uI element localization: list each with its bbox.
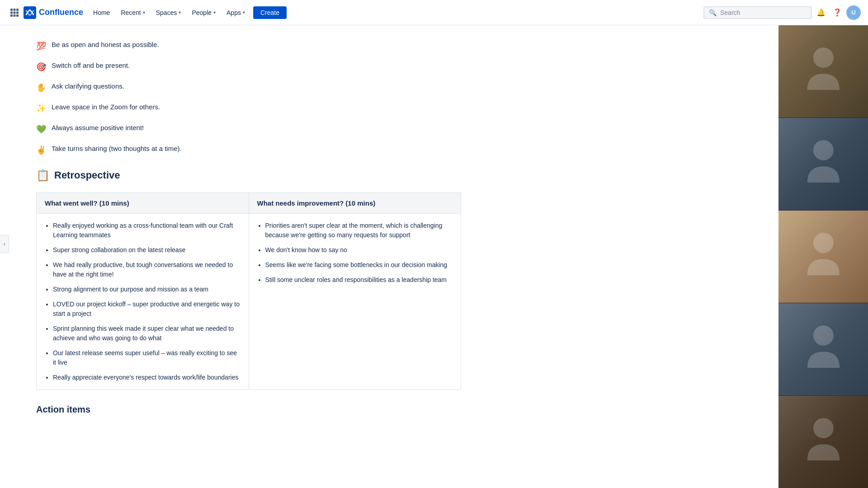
app-switcher-button[interactable] <box>7 5 22 20</box>
video-feed-3 <box>778 211 868 303</box>
main-content: 💯 Be as open and honest as possible. 🎯 S… <box>0 25 497 433</box>
confluence-logo[interactable]: Confluence <box>24 6 83 19</box>
search-icon: 🔍 <box>709 9 717 16</box>
list-item: Sprint planning this week made it super … <box>53 324 241 343</box>
video-tile-1 <box>778 25 868 118</box>
table-header-went-well: What went well? (10 mins) <box>37 193 249 214</box>
svg-point-10 <box>813 47 834 68</box>
bullet-text-4: Leave space in the Zoom for others. <box>52 102 160 113</box>
user-avatar[interactable]: U <box>846 5 861 20</box>
recent-chevron-icon: ▾ <box>143 10 145 15</box>
video-tile-3 <box>778 211 868 303</box>
bullet-emoji-1: 💯 <box>36 40 46 52</box>
bullet-item-6: ✌️ Take turns sharing (two thoughts at a… <box>36 144 461 156</box>
bullet-text-6: Take turns sharing (two thoughts at a ti… <box>52 144 182 154</box>
svg-rect-1 <box>14 9 16 11</box>
list-item: Super strong collaboration on the latest… <box>53 245 241 255</box>
sidebar-toggle-button[interactable]: › <box>0 235 9 253</box>
video-feed-4 <box>778 303 868 395</box>
svg-rect-2 <box>16 9 19 11</box>
retrospective-heading: 📋 Retrospective <box>36 169 461 182</box>
table-cell-went-well: Really enjoyed working as a cross-functi… <box>37 214 249 390</box>
svg-rect-9 <box>24 6 36 19</box>
bullet-item-2: 🎯 Switch off and be present. <box>36 61 461 73</box>
svg-point-12 <box>813 233 834 253</box>
svg-rect-4 <box>14 11 16 14</box>
bullet-text-1: Be as open and honest as possible. <box>52 40 159 50</box>
ground-rules-section: 💯 Be as open and honest as possible. 🎯 S… <box>36 40 461 156</box>
list-item: We had really productive, but tough conv… <box>53 260 241 279</box>
search-placeholder: Search <box>720 9 740 16</box>
people-chevron-icon: ▾ <box>213 10 216 15</box>
search-bar[interactable]: 🔍 Search <box>703 6 812 19</box>
video-feed-5 <box>778 396 868 433</box>
bullet-text-5: Always assume positive intent! <box>52 123 144 133</box>
spaces-chevron-icon: ▾ <box>179 10 181 15</box>
list-item: Really enjoyed working as a cross-functi… <box>53 221 241 240</box>
svg-point-11 <box>813 140 834 160</box>
video-tile-2 <box>778 118 868 211</box>
apps-nav-item[interactable]: Apps ▾ <box>222 7 250 18</box>
navbar: Confluence Home Recent ▾ Spaces ▾ People… <box>0 0 868 25</box>
table-cell-improvement: Priorities aren't super clear at the mom… <box>249 214 461 390</box>
bullet-emoji-5: 💚 <box>36 123 46 136</box>
list-item: Still some unclear roles and responsibil… <box>265 275 453 285</box>
list-item: We don't know how to say no <box>265 245 453 255</box>
svg-rect-3 <box>10 11 13 14</box>
bullet-emoji-2: 🎯 <box>36 61 46 73</box>
svg-rect-0 <box>10 9 13 11</box>
list-item: LOVED our project kickoff – super produc… <box>53 300 241 319</box>
logo-text: Confluence <box>39 8 83 17</box>
list-item: Seems like we're facing some bottlenecks… <box>265 260 453 270</box>
notifications-button[interactable]: 🔔 <box>814 5 828 20</box>
retrospective-title: Retrospective <box>54 169 120 181</box>
list-item: Strong alignment to our purpose and miss… <box>53 285 241 294</box>
bullet-item-4: ✨ Leave space in the Zoom for others. <box>36 102 461 115</box>
svg-rect-7 <box>14 14 16 17</box>
went-well-list: Really enjoyed working as a cross-functi… <box>45 221 241 382</box>
action-items-heading: Action items <box>36 404 461 415</box>
bullet-emoji-3: ✋ <box>36 82 46 94</box>
svg-point-13 <box>813 325 834 346</box>
retrospective-emoji: 📋 <box>36 169 50 182</box>
bullet-item-1: 💯 Be as open and honest as possible. <box>36 40 461 52</box>
bullet-item-3: ✋ Ask clarifying questions. <box>36 81 461 94</box>
svg-rect-8 <box>16 14 19 17</box>
video-tile-4 <box>778 303 868 396</box>
bullet-text-2: Switch off and be present. <box>52 61 130 71</box>
people-nav-item[interactable]: People ▾ <box>187 7 220 18</box>
video-panel <box>778 25 868 433</box>
list-item: Our latest release seems super useful – … <box>53 348 241 367</box>
table-header-improvement: What needs improvement? (10 mins) <box>249 193 461 214</box>
svg-rect-5 <box>16 11 19 14</box>
svg-rect-6 <box>10 14 13 17</box>
retrospective-table: What went well? (10 mins) What needs imp… <box>36 192 461 390</box>
bullet-item-5: 💚 Always assume positive intent! <box>36 123 461 136</box>
spaces-nav-item[interactable]: Spaces ▾ <box>151 7 186 18</box>
bullet-emoji-6: ✌️ <box>36 144 46 156</box>
video-feed-2 <box>778 118 868 210</box>
apps-chevron-icon: ▾ <box>243 10 245 15</box>
list-item: Really appreciate everyone's respect tow… <box>53 373 241 382</box>
improvement-list: Priorities aren't super clear at the mom… <box>257 221 453 285</box>
create-button[interactable]: Create <box>253 6 287 19</box>
list-item: Priorities aren't super clear at the mom… <box>265 221 453 240</box>
recent-nav-item[interactable]: Recent ▾ <box>116 7 149 18</box>
help-button[interactable]: ❓ <box>830 5 844 20</box>
video-feed-1 <box>778 25 868 117</box>
bullet-emoji-4: ✨ <box>36 103 46 115</box>
bullet-text-3: Ask clarifying questions. <box>52 81 124 92</box>
video-tile-5 <box>778 396 868 433</box>
home-nav-item[interactable]: Home <box>89 7 114 18</box>
svg-point-14 <box>813 418 834 433</box>
